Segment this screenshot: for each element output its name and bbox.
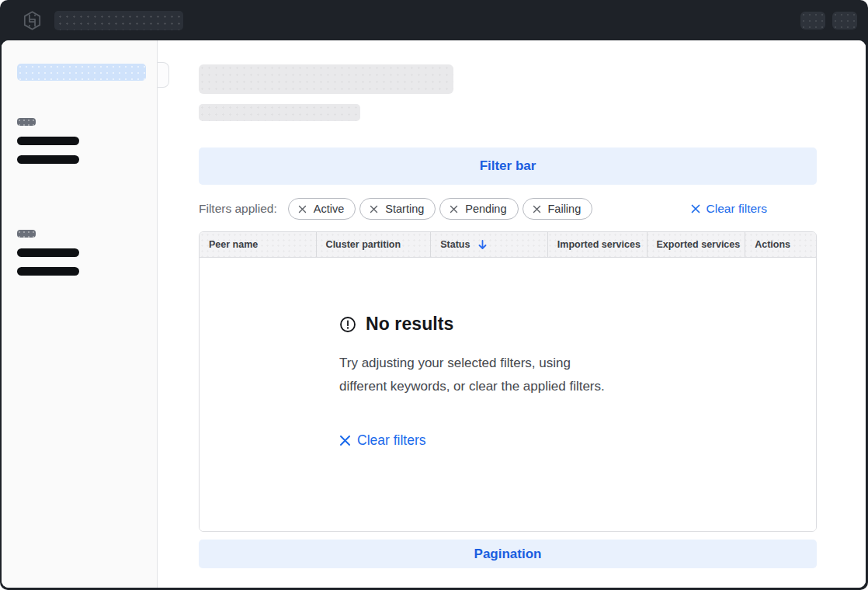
sidebar-item-skeleton[interactable] (17, 267, 79, 276)
empty-state-title: No results (366, 314, 453, 335)
empty-state: No results Try adjusting your selected f… (339, 258, 681, 449)
remove-filter-icon (450, 205, 458, 213)
sidebar-active-item-skeleton[interactable] (17, 64, 146, 81)
page-title-skeleton (199, 64, 453, 94)
column-header-actions: Actions (745, 232, 816, 257)
sidebar (2, 40, 158, 588)
filter-pill-pending[interactable]: Pending (439, 198, 518, 220)
empty-state-clear-filters-link[interactable]: Clear filters (339, 432, 426, 449)
table-header-row: Peer name Cluster partition Status Impor… (200, 232, 816, 258)
column-header-imported-services[interactable]: Imported services (547, 232, 647, 257)
clear-filters-link[interactable]: Clear filters (691, 202, 767, 216)
pagination-placeholder: Pagination (199, 540, 817, 568)
peers-table: Peer name Cluster partition Status Impor… (199, 231, 817, 532)
pagination-label: Pagination (474, 547, 542, 562)
sidebar-item-skeleton[interactable] (17, 248, 79, 257)
table-body: No results Try adjusting your selected f… (200, 258, 816, 531)
remove-filter-icon (370, 205, 378, 213)
clear-filters-x-icon (339, 435, 351, 446)
remove-filter-icon (533, 205, 541, 213)
topbar-action-skeleton (832, 12, 857, 30)
filter-pill-failing[interactable]: Failing (523, 198, 593, 220)
remove-filter-icon (298, 205, 307, 213)
column-header-peer-name[interactable]: Peer name (200, 232, 316, 257)
sidebar-collapse-toggle[interactable] (158, 62, 169, 88)
sidebar-section-label-skeleton (17, 118, 36, 126)
filter-pill-active[interactable]: Active (288, 198, 356, 220)
applied-filters-row: Filters applied: Active Starting Pending (199, 198, 817, 220)
hashicorp-logo-icon (22, 10, 42, 30)
sort-descending-icon (477, 239, 488, 250)
filter-bar-label: Filter bar (480, 158, 536, 174)
alert-circle-icon (339, 316, 356, 333)
sidebar-item-skeleton[interactable] (17, 137, 79, 145)
top-navigation-bar (0, 0, 868, 40)
filter-pill-label: Active (314, 203, 345, 215)
clear-filters-x-icon (691, 204, 700, 213)
filter-pill-label: Starting (385, 203, 424, 215)
app-window: Filter bar Filters applied: Active Start… (0, 0, 868, 590)
empty-state-description: Try adjusting your selected filters, usi… (339, 352, 681, 398)
filter-pill-label: Pending (465, 203, 506, 215)
column-header-exported-services[interactable]: Exported services (647, 232, 745, 257)
filter-pill-starting[interactable]: Starting (359, 198, 436, 220)
sidebar-section-label-skeleton (17, 230, 36, 238)
column-header-cluster-partition[interactable]: Cluster partition (316, 232, 431, 257)
filter-bar-placeholder: Filter bar (199, 148, 817, 185)
content-shell: Filter bar Filters applied: Active Start… (2, 40, 866, 588)
filter-pill-label: Failing (548, 203, 582, 215)
filters-applied-label: Filters applied: (199, 202, 277, 216)
page-subtitle-skeleton (199, 104, 360, 121)
sidebar-item-skeleton[interactable] (17, 155, 79, 164)
topbar-action-skeleton (800, 12, 825, 30)
column-header-status[interactable]: Status (430, 232, 547, 257)
main-panel: Filter bar Filters applied: Active Start… (158, 40, 866, 588)
search-input-skeleton (54, 11, 183, 30)
